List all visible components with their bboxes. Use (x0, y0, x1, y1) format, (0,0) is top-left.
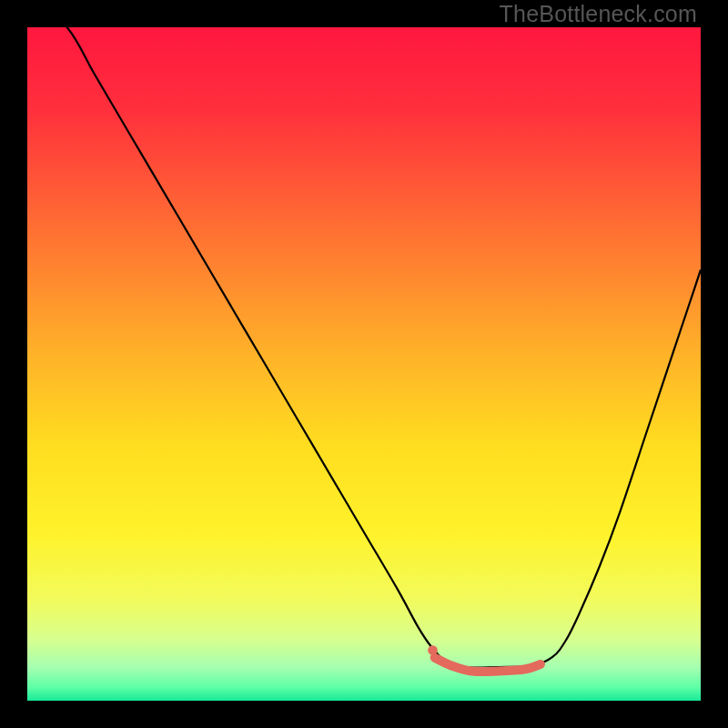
plot-area (27, 27, 701, 701)
series-valley-highlight (435, 658, 541, 672)
watermark-text: TheBottleneck.com (500, 1, 697, 27)
chart-frame: TheBottleneck.com (0, 0, 728, 728)
chart-curves (27, 27, 701, 701)
series-bottleneck-curve (27, 27, 701, 668)
marker-valley-start-dot (428, 645, 438, 655)
